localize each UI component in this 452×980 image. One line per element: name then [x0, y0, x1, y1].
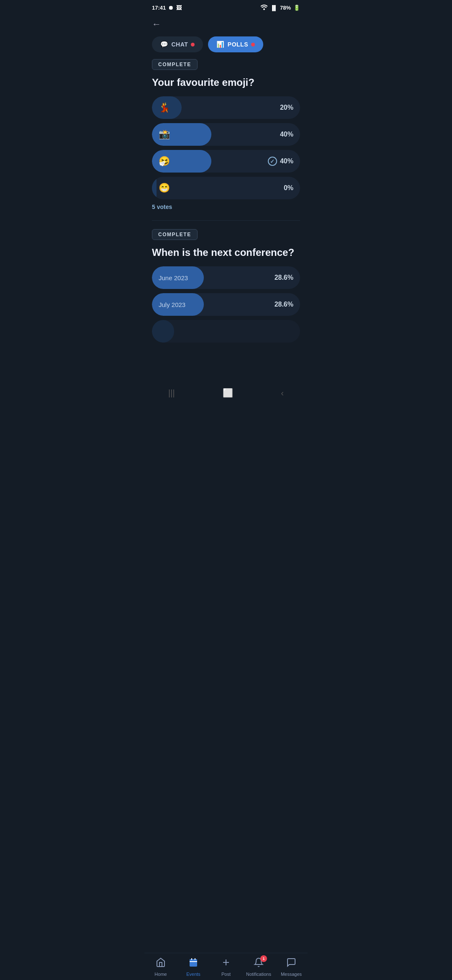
poll-1-percent-4: 0% — [284, 184, 293, 192]
poll-1: COMPLETE Your favourite emoji? 💃 20% 📸 4… — [152, 59, 300, 210]
tabs-row: 💬 CHAT 📊 POLLS — [144, 33, 308, 59]
chat-icon: 💬 — [160, 41, 169, 48]
poll-2-label-1: June 2023 — [159, 274, 188, 281]
poll-1-option-1[interactable]: 💃 20% — [152, 96, 300, 119]
polls-tab-dot — [251, 43, 255, 46]
status-bar: 17:41 ⏺ 🖼 ▐▌ 78% 🔋 — [144, 0, 308, 14]
poll-2-percent-1: 28.6% — [275, 274, 293, 281]
chat-tab-dot — [191, 43, 195, 46]
poll-divider — [152, 220, 300, 221]
poll-2-option-3-partial[interactable] — [152, 320, 300, 343]
poll-1-percent-1: 20% — [280, 104, 293, 111]
signal-icon: ▐▌ — [270, 5, 277, 11]
poll-1-emoji-3: 🤧 — [159, 156, 170, 167]
battery-icon: 🔋 — [293, 5, 300, 11]
chat-tab[interactable]: 💬 CHAT — [152, 36, 203, 52]
poll-2-badge: COMPLETE — [152, 229, 198, 240]
poll-1-votes: 5 votes — [152, 204, 300, 210]
svg-point-0 — [263, 8, 265, 10]
time-display: 17:41 — [152, 5, 166, 11]
polls-tab[interactable]: 📊 POLLS — [208, 36, 263, 52]
poll-1-option-4[interactable]: 😁 0% — [152, 177, 300, 199]
poll-2-bar-3 — [152, 320, 174, 343]
chat-tab-label: CHAT — [172, 41, 188, 48]
gesture-bar: ||| ⬜ ‹ — [144, 384, 308, 402]
poll-2-label-2: July 2023 — [159, 301, 185, 308]
gesture-back-icon: ‹ — [281, 388, 284, 398]
recording-icon: ⏺ — [168, 5, 174, 11]
poll-2: COMPLETE When is the next conference? Ju… — [152, 229, 300, 343]
poll-2-option-1[interactable]: June 2023 28.6% — [152, 266, 300, 289]
back-button[interactable]: ← — [144, 14, 308, 33]
poll-2-option-2[interactable]: July 2023 28.6% — [152, 293, 300, 316]
poll-1-option-3[interactable]: 🤧 ✓ 40% — [152, 150, 300, 173]
wifi-icon — [260, 4, 268, 11]
screenshot-icon: 🖼 — [176, 5, 182, 11]
scroll-content: COMPLETE Your favourite emoji? 💃 20% 📸 4… — [144, 59, 308, 384]
poll-2-percent-2: 28.6% — [275, 301, 293, 308]
poll-1-percent-3: ✓ 40% — [268, 157, 293, 166]
polls-icon: 📊 — [216, 41, 225, 48]
poll-1-badge: COMPLETE — [152, 59, 198, 70]
poll-1-option-2[interactable]: 📸 40% — [152, 123, 300, 146]
poll-2-question: When is the next conference? — [152, 246, 300, 259]
poll-1-emoji-1: 💃 — [159, 102, 170, 113]
poll-1-question: Your favourite emoji? — [152, 76, 300, 89]
gesture-home-icon: ⬜ — [223, 388, 233, 398]
poll-1-emoji-4: 😁 — [159, 183, 170, 193]
battery-display: 78% — [280, 5, 291, 11]
polls-tab-label: POLLS — [228, 41, 248, 48]
gesture-menu-icon: ||| — [168, 388, 175, 398]
selected-check-icon: ✓ — [268, 157, 277, 166]
poll-1-percent-2: 40% — [280, 131, 293, 138]
poll-1-emoji-2: 📸 — [159, 129, 170, 140]
back-arrow-icon: ← — [152, 19, 161, 29]
